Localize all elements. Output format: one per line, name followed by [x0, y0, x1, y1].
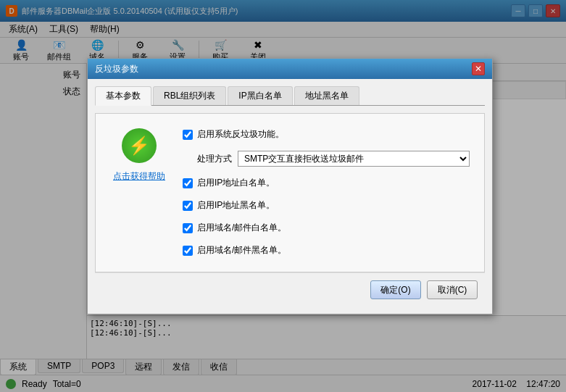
- dialog-left-panel: ⚡ 点击获得帮助: [110, 128, 168, 257]
- option-domain-whitelist: 启用域名/邮件白名单。: [183, 222, 470, 234]
- dialog-tab-bar: 基本参数 RBL组织列表 IP黑白名单 地址黑名单: [95, 86, 485, 106]
- dialog-body: 基本参数 RBL组织列表 IP黑白名单 地址黑名单 ⚡ 点击获得帮助: [88, 79, 492, 314]
- option-enable-spam-label: 启用系统反垃圾功能。: [197, 128, 284, 141]
- option-ip-whitelist-label: 启用IP地址白名单。: [197, 177, 275, 189]
- checkbox-domain-whitelist[interactable]: [183, 223, 193, 233]
- option-ip-whitelist: 启用IP地址白名单。: [183, 177, 470, 189]
- method-label: 处理方式: [197, 153, 232, 165]
- dialog-tab-rbl[interactable]: RBL组织列表: [153, 86, 226, 105]
- spam-icon-char: ⚡: [128, 135, 150, 156]
- method-row: 处理方式 SMTP交互直接拒收送垃圾邮件: [197, 151, 470, 167]
- main-window: D 邮件服务器DBMail企业版 5.0.20140504 (试用版仅支持5用户…: [0, 0, 566, 392]
- dialog-title-text: 反垃圾参数: [95, 63, 138, 75]
- option-ip-blacklist-label: 启用IP地址黑名单。: [197, 199, 275, 212]
- dialog-close-button[interactable]: ✕: [472, 62, 485, 75]
- checkbox-domain-blacklist[interactable]: [183, 246, 193, 256]
- spam-icon: ⚡: [122, 128, 157, 163]
- dialog-tab-address[interactable]: 地址黑名单: [294, 86, 359, 105]
- checkbox-enable-spam[interactable]: [183, 130, 193, 140]
- option-domain-whitelist-label: 启用域名/邮件白名单。: [197, 222, 286, 234]
- checkbox-ip-blacklist[interactable]: [183, 201, 193, 211]
- dialog-tab-basic[interactable]: 基本参数: [95, 86, 151, 106]
- option-ip-blacklist: 启用IP地址黑名单。: [183, 199, 470, 212]
- cancel-button[interactable]: 取消(C): [427, 280, 478, 299]
- dialog-content: ⚡ 点击获得帮助 启用系统反垃圾功能。 处理方式 SMTP交互直接拒收送垃圾邮件: [95, 113, 485, 272]
- checkbox-ip-whitelist[interactable]: [183, 178, 193, 188]
- option-enable-spam: 启用系统反垃圾功能。: [183, 128, 470, 141]
- help-link[interactable]: 点击获得帮助: [113, 170, 165, 183]
- dialog-options: 启用系统反垃圾功能。 处理方式 SMTP交互直接拒收送垃圾邮件 启用IP地址白名…: [183, 128, 470, 257]
- dialog-tab-ip[interactable]: IP黑白名单: [228, 86, 292, 105]
- option-domain-blacklist: 启用域名/邮件黑名单。: [183, 244, 470, 257]
- confirm-button[interactable]: 确定(O): [370, 280, 421, 299]
- dialog-title-bar: 反垃圾参数 ✕: [88, 59, 492, 79]
- option-domain-blacklist-label: 启用域名/邮件黑名单。: [197, 244, 286, 257]
- antispam-dialog: 反垃圾参数 ✕ 基本参数 RBL组织列表 IP黑白名单 地址黑名单 ⚡ 点击获得…: [87, 58, 493, 314]
- method-select[interactable]: SMTP交互直接拒收送垃圾邮件: [238, 151, 470, 167]
- dialog-footer: 确定(O) 取消(C): [95, 272, 485, 306]
